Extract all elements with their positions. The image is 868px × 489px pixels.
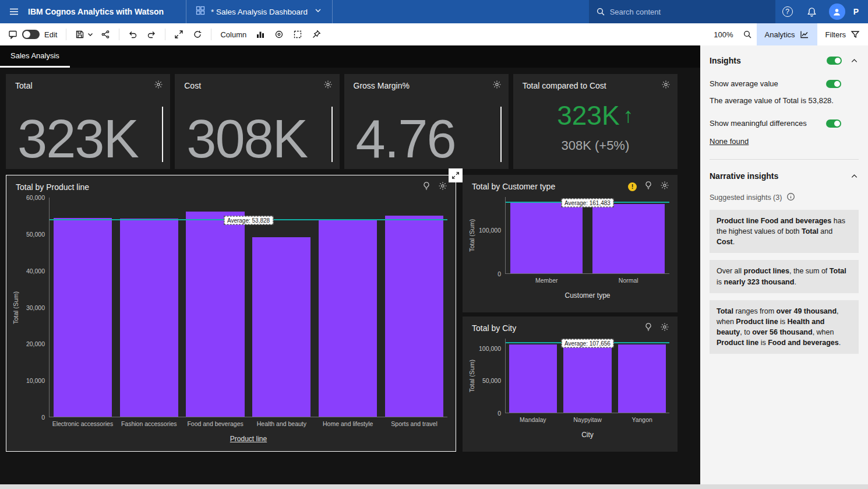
bar-normal[interactable] [592, 204, 665, 273]
bar-health-and-beauty[interactable] [252, 237, 310, 417]
bar-mandalay[interactable] [509, 344, 557, 413]
y-axis-tick: 20,000 [26, 340, 45, 347]
select-area-button[interactable] [288, 25, 307, 44]
widget-settings-icon[interactable] [323, 80, 333, 92]
bar-electronic-accessories[interactable] [54, 218, 112, 417]
tab-sales-analysis[interactable]: Sales Analysis [0, 45, 70, 68]
main-menu-button[interactable] [0, 0, 28, 23]
share-button[interactable] [96, 25, 115, 44]
widget-settings-icon[interactable] [492, 80, 502, 92]
tab-label: Sales Analysis [10, 51, 59, 60]
x-axis-tick: Member [506, 277, 588, 284]
x-axis-title[interactable]: City [506, 425, 669, 440]
insights-bulb-icon[interactable] [422, 181, 431, 193]
edit-label: Edit [44, 30, 57, 39]
bar-slot [506, 197, 588, 273]
widget-settings-icon[interactable] [154, 80, 163, 92]
help-button[interactable]: ? [775, 0, 800, 23]
document-tab[interactable]: * Sales Analysis Dashboard [186, 0, 333, 23]
toolbar-divider [165, 29, 165, 40]
focus-mode-button[interactable] [270, 25, 288, 44]
column-chart-button[interactable] [251, 25, 270, 44]
info-icon[interactable] [786, 192, 795, 203]
horizontal-scrollbar[interactable] [0, 484, 868, 489]
bell-icon [807, 7, 817, 17]
notifications-button[interactable] [800, 0, 824, 23]
search-input[interactable] [610, 8, 768, 16]
bar-food-and-beverages[interactable] [186, 212, 244, 417]
y-axis-tick: 10,000 [26, 377, 45, 384]
search-icon [596, 7, 605, 16]
pin-button[interactable] [307, 25, 326, 44]
x-axis-tick: Electronic accessories [50, 420, 116, 427]
reset-button[interactable] [188, 25, 207, 44]
x-axis-title[interactable]: Customer type [506, 286, 669, 301]
kpi-gross-margin[interactable]: Gross Margin% 4.76 [344, 74, 509, 169]
widget-total-by-product-line[interactable]: Total by Product line Total (Sum) 010,00… [6, 175, 456, 452]
comment-icon [8, 30, 17, 39]
widget-settings-icon[interactable] [438, 181, 447, 193]
bar-yangon[interactable] [618, 344, 666, 413]
filters-panel-button[interactable]: Filters [817, 23, 868, 45]
edit-mode-toggle[interactable] [22, 30, 40, 39]
bar-chart-customer-type: Total (Sum) 0100,000 Average: 161,483 Me… [467, 197, 669, 301]
x-axis-tick: Food and beverages [182, 420, 249, 427]
collapse-insights-chevron-icon[interactable] [850, 57, 859, 65]
y-axis-tick: 100,000 [479, 345, 501, 352]
widget-settings-icon[interactable] [660, 181, 669, 192]
bar-naypyitaw[interactable] [563, 342, 611, 413]
analytics-panel-button[interactable]: Analytics [757, 23, 817, 45]
chevron-down-icon[interactable] [313, 6, 323, 17]
zoom-button[interactable] [738, 25, 757, 44]
y-axis-title: Total (Sum) [467, 339, 477, 413]
y-axis-tick: 0 [497, 410, 501, 417]
show-average-toggle[interactable] [826, 80, 841, 88]
chart-title: Total by City [472, 323, 644, 333]
expand-widget-handle[interactable] [449, 168, 463, 182]
bar-slot [615, 339, 669, 413]
widget-total-by-customer-type[interactable]: Total by Customer type ! Total (Sum) 010… [463, 175, 678, 312]
insight-card[interactable]: Total ranges from over 49 thousand, when… [710, 300, 859, 354]
bar-fashion-accessories[interactable] [120, 219, 178, 417]
insights-bulb-icon[interactable] [644, 322, 653, 334]
user-avatar[interactable] [829, 3, 845, 20]
kpi-value: 323K [17, 112, 138, 166]
kpi-divider [331, 107, 333, 162]
toolbar-divider [119, 29, 119, 40]
kpi-total-compared-to-cost[interactable]: Total compared to Cost 323K ↑ 308K (+5%) [513, 74, 678, 169]
search-bar[interactable] [589, 0, 775, 23]
kpi-row: Total 323K Cost 308K Gross Margin% [6, 74, 678, 169]
bar-member[interactable] [510, 202, 583, 273]
bar-slot [506, 339, 560, 413]
bar-home-and-lifestyle[interactable] [319, 220, 377, 417]
insights-toggle[interactable] [827, 57, 842, 65]
widget-settings-icon[interactable] [661, 80, 671, 92]
undo-button[interactable] [124, 25, 142, 44]
bar-slot [381, 198, 447, 417]
kpi-total[interactable]: Total 323K [6, 74, 170, 169]
toolbar-divider [66, 29, 66, 40]
save-menu-chevron[interactable] [84, 25, 96, 44]
insight-card[interactable]: Product line Food and beverages has the … [710, 210, 859, 253]
redo-button[interactable] [142, 25, 161, 44]
show-meaningful-label: Show meaningful differences [710, 119, 826, 128]
insight-card[interactable]: Over all product lines, the sum of Total… [710, 260, 859, 293]
top-app-bar: IBM Cognos Analytics with Watson * Sales… [0, 0, 868, 23]
expand-button[interactable] [170, 25, 188, 44]
insights-bulb-icon[interactable] [644, 181, 653, 192]
kpi-cost[interactable]: Cost 308K [175, 74, 339, 169]
panel-divider [710, 159, 859, 160]
widget-settings-icon[interactable] [660, 322, 669, 334]
x-axis-tick: Fashion accessories [116, 420, 182, 427]
x-axis-title[interactable]: Product line [50, 429, 447, 444]
bar-chart-city: Total (Sum) 050,000100,000 Average: 107,… [467, 339, 669, 440]
bar-sports-and-travel[interactable] [385, 216, 443, 417]
none-found-link[interactable]: None found [710, 137, 749, 146]
collapse-narrative-chevron-icon[interactable] [850, 172, 859, 181]
target-icon [274, 30, 284, 39]
widget-total-by-city[interactable]: Total by City Total (Sum) 050,000100,000… [463, 316, 678, 452]
show-meaningful-toggle[interactable] [826, 119, 841, 128]
warning-icon[interactable]: ! [628, 182, 637, 191]
profile-initial[interactable]: P [853, 7, 859, 16]
comment-button[interactable] [3, 25, 22, 44]
